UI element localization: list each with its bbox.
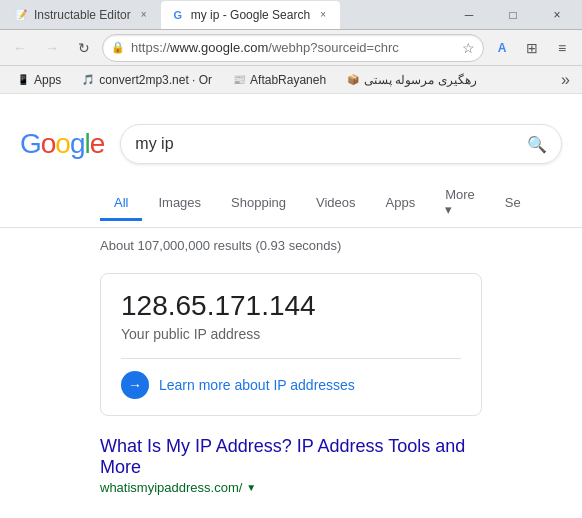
tab-shopping[interactable]: Shopping: [217, 187, 300, 221]
result-title-1[interactable]: What Is My IP Address? IP Address Tools …: [100, 436, 482, 478]
title-bar: 📝 Instructable Editor × G my ip - Google…: [0, 0, 582, 30]
back-button[interactable]: ←: [6, 34, 34, 62]
bookmark-apps[interactable]: 📱 Apps: [8, 71, 69, 89]
url-domain: www.google.com: [170, 40, 268, 55]
close-button[interactable]: ×: [536, 1, 578, 29]
search-result-1: What Is My IP Address? IP Address Tools …: [0, 426, 582, 505]
ip-address-card: 128.65.171.144 Your public IP address → …: [100, 273, 482, 416]
bookmark-favicon-convert2mp3: 🎵: [81, 73, 95, 87]
search-tabs: All Images Shopping Videos Apps More ▾ S…: [0, 179, 582, 228]
tab-label-instructable: Instructable Editor: [34, 8, 131, 22]
minimize-button[interactable]: ─: [448, 1, 490, 29]
logo-letter-o1: o: [41, 128, 56, 159]
bookmarks-more-button[interactable]: »: [557, 69, 574, 91]
logo-letter-g1: G: [20, 128, 41, 159]
browser-content: Google 🔍 All Images Shopping Videos Apps…: [0, 94, 582, 518]
bookmark-star-icon[interactable]: ☆: [462, 40, 475, 56]
url-path: /webhp?sourceid=chrc: [268, 40, 398, 55]
logo-letter-e: e: [90, 128, 105, 159]
bookmark-convert2mp3[interactable]: 🎵 convert2mp3.net · Or: [73, 71, 220, 89]
search-bar[interactable]: 🔍: [120, 124, 562, 164]
menu-button[interactable]: ≡: [548, 34, 576, 62]
google-logo: Google: [20, 128, 104, 160]
tab-apps[interactable]: Apps: [372, 187, 430, 221]
tab-videos[interactable]: Videos: [302, 187, 370, 221]
tab-all[interactable]: All: [100, 187, 142, 221]
url-protocol: https://: [131, 40, 170, 55]
refresh-button[interactable]: ↻: [70, 34, 98, 62]
bookmark-label-apps: Apps: [34, 73, 61, 87]
address-bar[interactable]: 🔒 https://www.google.com/webhp?sourceid=…: [102, 34, 484, 62]
navigation-bar: ← → ↻ 🔒 https://www.google.com/webhp?sou…: [0, 30, 582, 66]
window-controls: ─ □ ×: [448, 1, 578, 29]
bookmark-favicon-aftab: 📰: [232, 73, 246, 87]
results-info: About 107,000,000 results (0.93 seconds): [0, 228, 582, 263]
tab-label-google: my ip - Google Search: [191, 8, 310, 22]
translate-button[interactable]: A: [488, 34, 516, 62]
result-url-arrow-1: ▼: [246, 482, 256, 493]
ip-address-label: Your public IP address: [121, 326, 461, 342]
tab-favicon-instructable: 📝: [14, 8, 28, 22]
tab-close-google[interactable]: ×: [316, 8, 330, 22]
tab-favicon-google: G: [171, 8, 185, 22]
lock-icon: 🔒: [111, 41, 125, 54]
bookmark-favicon-apps: 📱: [16, 73, 30, 87]
logo-letter-o2: o: [55, 128, 70, 159]
logo-letter-g2: g: [70, 128, 85, 159]
forward-button[interactable]: →: [38, 34, 66, 62]
tab-images[interactable]: Images: [144, 187, 215, 221]
search-icon: 🔍: [527, 135, 547, 154]
bookmark-favicon-postal: 📦: [346, 73, 360, 87]
tab-instructable[interactable]: 📝 Instructable Editor ×: [4, 1, 161, 29]
bookmark-label-postal: رهگیری مرسوله پستی: [364, 73, 477, 87]
extensions-button[interactable]: ⊞: [518, 34, 546, 62]
bookmark-aftab[interactable]: 📰 AftabRayaneh: [224, 71, 334, 89]
result-url-text-1: whatismyipaddress.com/: [100, 480, 242, 495]
google-header: Google 🔍: [0, 114, 582, 179]
maximize-button[interactable]: □: [492, 1, 534, 29]
google-page: Google 🔍 All Images Shopping Videos Apps…: [0, 94, 582, 518]
tab-more[interactable]: More ▾: [431, 179, 489, 228]
ip-learn-more: → Learn more about IP addresses: [121, 358, 461, 399]
bookmark-label-convert2mp3: convert2mp3.net · Or: [99, 73, 212, 87]
ip-address-value: 128.65.171.144: [121, 290, 461, 322]
tab-close-instructable[interactable]: ×: [137, 8, 151, 22]
address-text: https://www.google.com/webhp?sourceid=ch…: [131, 40, 456, 55]
result-url-1: whatismyipaddress.com/ ▼: [100, 480, 482, 495]
tab-google-search[interactable]: G my ip - Google Search ×: [161, 1, 340, 29]
search-input[interactable]: [135, 135, 519, 153]
learn-more-icon: →: [121, 371, 149, 399]
bookmark-postal[interactable]: 📦 رهگیری مرسوله پستی: [338, 71, 485, 89]
learn-more-link[interactable]: Learn more about IP addresses: [159, 377, 355, 393]
bookmarks-bar: 📱 Apps 🎵 convert2mp3.net · Or 📰 AftabRay…: [0, 66, 582, 94]
nav-right-icons: A ⊞ ≡: [488, 34, 576, 62]
bookmark-label-aftab: AftabRayaneh: [250, 73, 326, 87]
tab-settings[interactable]: Se: [491, 187, 535, 221]
